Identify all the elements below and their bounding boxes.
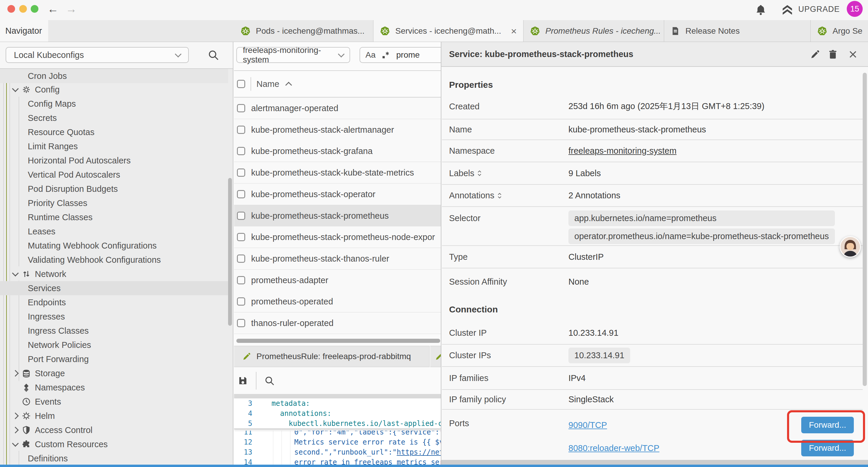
row-checkbox[interactable] xyxy=(237,297,245,305)
sidebar-group-custom-resources[interactable]: Custom Resources xyxy=(0,437,228,451)
row-checkbox[interactable] xyxy=(237,147,245,155)
expand-sort-icon[interactable] xyxy=(497,192,502,199)
table-row[interactable]: thanos-ruler-operated xyxy=(234,313,441,334)
row-checkbox[interactable] xyxy=(237,104,245,112)
chevron-down-icon[interactable] xyxy=(12,440,19,447)
sidebar-item-validating-webhook-configurations[interactable]: Validating Webhook Configurations xyxy=(0,253,228,267)
editor-search-icon[interactable] xyxy=(264,375,275,386)
row-checkbox[interactable] xyxy=(237,255,245,263)
tab-release-notes[interactable]: Release Notes xyxy=(664,20,811,42)
expand-sort-icon[interactable] xyxy=(477,170,482,177)
yaml-editor[interactable]: 3metadata: 4annotations: 5kubectl.kubern… xyxy=(234,399,441,465)
sidebar-item-mutating-webhook-configurations[interactable]: Mutating Webhook Configurations xyxy=(0,238,228,253)
table-row[interactable]: kube-prometheus-stack-prometheus-node-ex… xyxy=(234,226,441,248)
tab-services[interactable]: Services - icecheng@math... × xyxy=(373,20,524,42)
sidebar-item-definitions[interactable]: Definitions xyxy=(0,451,228,465)
select-all-checkbox[interactable] xyxy=(237,80,245,88)
sort-ascending-icon[interactable] xyxy=(285,82,292,89)
sidebar-item-events[interactable]: Events xyxy=(0,395,228,409)
sidebar-item-horizontal-pod-autoscalers[interactable]: Horizontal Pod Autoscalers xyxy=(0,153,228,168)
namespace-filter-dropdown[interactable]: freeleaps-monitoring-system xyxy=(236,47,350,63)
list-search-input[interactable]: Aa prome xyxy=(360,47,441,63)
notifications-bell-icon[interactable] xyxy=(755,4,766,16)
back-arrow-icon[interactable]: ← xyxy=(47,2,59,16)
tab-prometheus-rules[interactable]: Prometheus Rules - icecheng... xyxy=(524,20,664,42)
sidebar-item-cron-jobs[interactable]: Cron Jobs xyxy=(0,69,228,83)
sidebar-item-leases[interactable]: Leases xyxy=(0,224,228,238)
table-row[interactable]: kube-prometheus-stack-grafana xyxy=(234,140,441,162)
row-checkbox[interactable] xyxy=(237,319,245,327)
save-button[interactable] xyxy=(238,375,248,386)
sidebar-item-ingress-classes[interactable]: Ingress Classes xyxy=(0,324,228,338)
tab-argo[interactable]: Argo Se xyxy=(811,20,868,42)
namespace-link[interactable]: freeleaps-monitoring-system xyxy=(568,146,677,156)
window-close-button[interactable] xyxy=(7,5,15,13)
row-checkbox[interactable] xyxy=(237,126,245,134)
row-checkbox[interactable] xyxy=(237,169,245,177)
sidebar-item-namespaces[interactable]: Namespaces xyxy=(0,380,228,395)
row-checkbox[interactable] xyxy=(237,233,245,241)
forward-arrow-icon[interactable]: → xyxy=(66,2,77,16)
chevron-down-icon[interactable] xyxy=(12,85,19,92)
table-row[interactable]: prometheus-operated xyxy=(234,291,441,313)
editor-url-link[interactable]: https://net xyxy=(397,448,441,456)
table-row[interactable]: kube-prometheus-stack-thanos-ruler xyxy=(234,248,441,269)
sidebar-item-config-maps[interactable]: Config Maps xyxy=(0,97,228,111)
sidebar-group-config[interactable]: Config xyxy=(0,83,228,97)
puzzle-icon xyxy=(22,440,31,449)
notification-count-badge[interactable]: 15 xyxy=(847,1,863,17)
sidebar-item-priority-classes[interactable]: Priority Classes xyxy=(0,196,228,210)
sidebar-item-limit-ranges[interactable]: Limit Ranges xyxy=(0,139,228,153)
sidebar-group-helm[interactable]: Helm xyxy=(0,409,228,423)
table-row[interactable]: alertmanager-operated xyxy=(234,97,441,119)
upgrade-label[interactable]: UPGRADE xyxy=(798,5,840,14)
sidebar-item-secrets[interactable]: Secrets xyxy=(0,111,228,125)
trash-icon[interactable] xyxy=(828,49,838,59)
tab-navigator[interactable]: Navigator xyxy=(0,20,48,42)
detail-panel-scrollbar[interactable] xyxy=(863,73,867,386)
horizontal-scrollbar[interactable] xyxy=(236,339,440,343)
row-checkbox[interactable] xyxy=(237,190,245,198)
table-row[interactable]: kube-prometheus-stack-kube-state-metrics xyxy=(234,162,441,183)
sidebar-item-endpoints[interactable]: Endpoints xyxy=(0,295,228,310)
edit-pencil-icon[interactable] xyxy=(810,49,820,59)
table-row[interactable]: kube-prometheus-stack-alertmanager xyxy=(234,119,441,141)
sidebar-item-services[interactable]: Services xyxy=(0,281,228,295)
chevron-right-icon[interactable] xyxy=(12,370,19,377)
dock-tab-prometheusrule[interactable]: PrometheusRule: freeleaps-prod-rabbitmq xyxy=(234,346,430,367)
close-icon[interactable] xyxy=(848,49,858,59)
sidebar-group-network[interactable]: Network xyxy=(0,267,228,281)
tab-pods[interactable]: Pods - icecheng@mathmas... xyxy=(234,20,373,42)
sidebar-item-ingresses[interactable]: Ingresses xyxy=(0,310,228,324)
sidebar-item-pod-disruption-budgets[interactable]: Pod Disruption Budgets xyxy=(0,182,228,196)
chevron-down-icon[interactable] xyxy=(12,270,19,276)
sidebar-search-icon[interactable] xyxy=(208,49,219,61)
sidebar-group-storage[interactable]: Storage xyxy=(0,366,228,380)
regex-icon[interactable] xyxy=(381,51,390,59)
chevron-right-icon[interactable] xyxy=(12,413,19,419)
chevron-right-icon[interactable] xyxy=(12,427,19,434)
sidebar-scrollbar[interactable] xyxy=(228,178,232,326)
sidebar-item-resource-quotas[interactable]: Resource Quotas xyxy=(0,125,228,139)
row-checkbox[interactable] xyxy=(237,276,245,284)
upgrade-chevrons-icon[interactable] xyxy=(781,4,794,16)
window-minimize-button[interactable] xyxy=(19,5,27,13)
sidebar-item-network-policies[interactable]: Network Policies xyxy=(0,338,228,352)
match-case-icon[interactable]: Aa xyxy=(366,50,375,60)
window-zoom-button[interactable] xyxy=(31,5,38,13)
port-link-9090[interactable]: 9090/TCP xyxy=(568,420,607,430)
port-link-8080[interactable]: 8080:reloader-web/TCP xyxy=(568,443,659,453)
sidebar-item-port-forwarding[interactable]: Port Forwarding xyxy=(0,352,228,366)
kubeconfig-selector[interactable]: Local Kubeconfigs xyxy=(6,47,189,63)
dock-tab-next[interactable] xyxy=(430,346,441,367)
row-checkbox[interactable] xyxy=(237,212,245,220)
sidebar-item-runtime-classes[interactable]: Runtime Classes xyxy=(0,210,228,224)
assistant-avatar[interactable] xyxy=(840,236,861,258)
table-row[interactable]: kube-prometheus-stack-operator xyxy=(234,183,441,205)
sidebar-group-access-control[interactable]: Access Control xyxy=(0,423,228,437)
table-row-selected[interactable]: kube-prometheus-stack-prometheus xyxy=(234,205,441,227)
sidebar-item-vertical-pod-autoscalers[interactable]: Vertical Pod Autoscalers xyxy=(0,168,228,182)
table-row[interactable]: prometheus-adapter xyxy=(234,269,441,291)
column-header-name[interactable]: Name xyxy=(256,79,279,89)
tab-close-icon[interactable]: × xyxy=(511,26,517,36)
